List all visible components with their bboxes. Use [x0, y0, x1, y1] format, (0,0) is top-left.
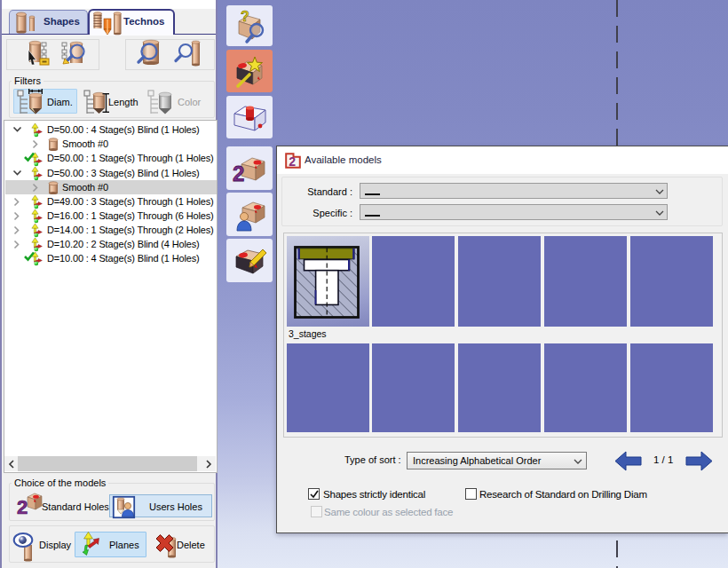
svg-text:2: 2: [17, 496, 28, 518]
svg-text:?: ?: [241, 9, 249, 24]
svg-text:2: 2: [289, 154, 296, 169]
svg-text:2: 2: [233, 162, 244, 185]
